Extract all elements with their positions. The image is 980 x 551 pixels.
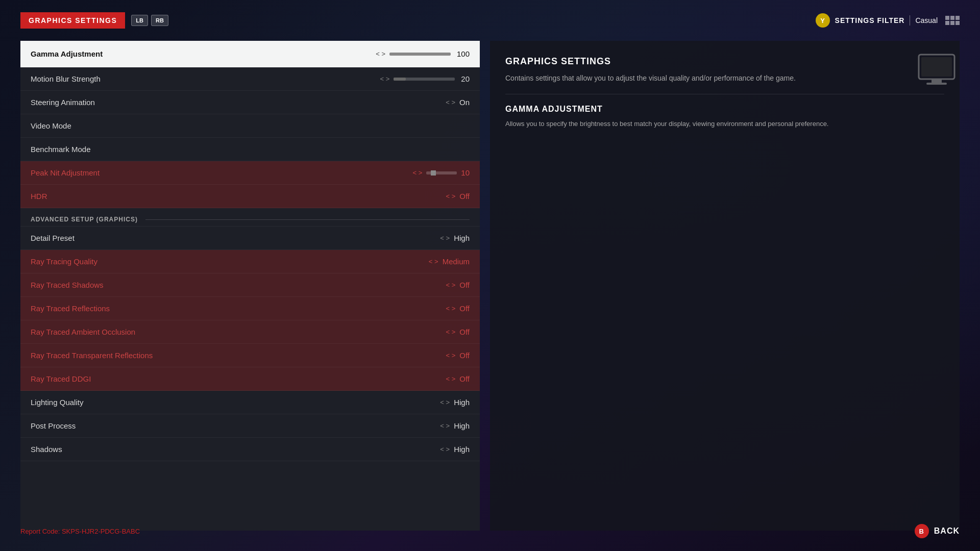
setting-name-benchmark: Benchmark Mode: [31, 145, 91, 154]
grid-icon: [945, 16, 960, 25]
rt-transparent-value: Off: [459, 351, 470, 360]
arrows-rt-ao: < >: [446, 328, 455, 336]
arrows-ray-tracing: < >: [429, 258, 438, 265]
rb-button[interactable]: RB: [151, 15, 168, 26]
advanced-section-label: ADVANCED SETUP (GRAPHICS): [31, 216, 138, 223]
arrows-peak-nit: < >: [413, 169, 423, 177]
slider-bar-gamma: [389, 53, 451, 56]
setting-name-rt-transparent: Ray Traced Transparent Reflections: [31, 351, 153, 360]
settings-filter[interactable]: Y SETTINGS FILTER Casual: [816, 13, 938, 28]
setting-row-steering[interactable]: Steering Animation < > On: [20, 91, 480, 114]
setting-name-detail-preset: Detail Preset: [31, 234, 75, 242]
steering-value: On: [459, 98, 470, 107]
post-process-value: High: [454, 421, 470, 430]
setting-value-rt-transparent: < > Off: [446, 351, 470, 360]
setting-value-ray-tracing: < > Medium: [429, 257, 470, 266]
setting-row-rt-ddgi[interactable]: Ray Traced DDGI < > Off: [20, 367, 480, 391]
setting-row-rt-reflections[interactable]: Ray Traced Reflections < > Off: [20, 297, 480, 320]
ray-tracing-value: Medium: [443, 257, 470, 266]
setting-name-peak-nit: Peak Nit Adjustment: [31, 168, 100, 177]
setting-row-ray-tracing[interactable]: Ray Tracing Quality < > Medium: [20, 250, 480, 273]
setting-row-gamma[interactable]: Gamma Adjustment < > 100: [20, 41, 480, 67]
hdr-value: Off: [459, 192, 470, 201]
slider-dot-peak-nit: [431, 170, 436, 176]
arrows-steering: < >: [446, 98, 455, 106]
setting-value-rt-reflections: < > Off: [446, 304, 470, 313]
slider-fill-motion: [394, 78, 406, 81]
arrows-rt-shadows: < >: [446, 281, 455, 289]
motion-blur-value: 20: [461, 74, 470, 83]
arrows-lighting: < >: [440, 398, 450, 406]
setting-row-shadows[interactable]: Shadows < > High: [20, 438, 480, 461]
slider-bar-motion: [394, 78, 455, 81]
info-description: Contains settings that allow you to adju…: [505, 73, 944, 84]
advanced-section-header: ADVANCED SETUP (GRAPHICS): [20, 208, 480, 227]
lighting-value: High: [454, 398, 470, 407]
footer: Report Code: SKPS-HJR2-PDCG-BABC B BACK: [20, 524, 960, 538]
info-section-title: GRAPHICS SETTINGS: [505, 56, 944, 67]
arrows-gamma: < >: [376, 50, 385, 58]
setting-row-rt-ao[interactable]: Ray Traced Ambient Occlusion < > Off: [20, 320, 480, 344]
arrows-hdr: < >: [446, 192, 455, 200]
back-button[interactable]: B BACK: [915, 524, 960, 538]
setting-row-post-process[interactable]: Post Process < > High: [20, 414, 480, 438]
setting-name-shadows: Shadows: [31, 445, 62, 454]
setting-row-video-mode[interactable]: Video Mode: [20, 114, 480, 138]
setting-name-post-process: Post Process: [31, 421, 76, 430]
main-content: GRAPHICS SETTINGS LB RB Y SETTINGS FILTE…: [0, 0, 980, 551]
b-button-icon[interactable]: B: [915, 524, 929, 538]
setting-row-hdr[interactable]: HDR < > Off: [20, 185, 480, 208]
setting-row-lighting[interactable]: Lighting Quality < > High: [20, 391, 480, 414]
setting-name-ray-tracing: Ray Tracing Quality: [31, 257, 97, 266]
svg-rect-1: [921, 57, 952, 77]
peak-nit-value: 10: [461, 168, 470, 177]
setting-name-steering: Steering Animation: [31, 98, 95, 107]
setting-value-gamma: < > 100: [376, 49, 470, 58]
setting-value-detail-preset: < > High: [440, 234, 470, 242]
setting-row-motion-blur[interactable]: Motion Blur Strength < > 20: [20, 67, 480, 91]
setting-value-hdr: < > Off: [446, 192, 470, 201]
setting-name-hdr: HDR: [31, 192, 47, 201]
slider-motion: [394, 78, 455, 81]
setting-name-rt-shadows: Ray Traced Shadows: [31, 281, 104, 289]
header-left: GRAPHICS SETTINGS LB RB: [20, 12, 168, 29]
setting-row-detail-preset[interactable]: Detail Preset < > High: [20, 227, 480, 250]
svg-rect-2: [932, 79, 942, 83]
monitor-icon: [916, 54, 947, 79]
slider-bar-peak-nit: [426, 171, 457, 174]
setting-name-motion-blur: Motion Blur Strength: [31, 74, 101, 83]
shadows-value: High: [454, 445, 470, 454]
slider-gamma: [389, 53, 451, 56]
info-panel: GRAPHICS SETTINGS Contains settings that…: [490, 41, 960, 531]
setting-row-peak-nit[interactable]: Peak Nit Adjustment < > 10: [20, 161, 480, 185]
header-right: Y SETTINGS FILTER Casual: [816, 13, 960, 28]
setting-row-rt-transparent[interactable]: Ray Traced Transparent Reflections < > O…: [20, 344, 480, 367]
back-label: BACK: [934, 527, 960, 536]
setting-name-rt-reflections: Ray Traced Reflections: [31, 304, 110, 313]
arrows-post-process: < >: [440, 422, 450, 430]
arrows-motion-blur: < >: [380, 75, 390, 83]
setting-row-benchmark[interactable]: Benchmark Mode: [20, 138, 480, 161]
setting-name-video-mode: Video Mode: [31, 121, 71, 130]
page-title: GRAPHICS SETTINGS: [20, 12, 125, 29]
filter-label: SETTINGS FILTER: [835, 16, 905, 24]
setting-value-peak-nit: < > 10: [413, 168, 470, 177]
arrows-detail-preset: < >: [440, 234, 450, 242]
lb-button[interactable]: LB: [131, 15, 148, 26]
info-divider: [505, 94, 944, 94]
filter-divider: [910, 15, 910, 26]
svg-rect-3: [926, 83, 947, 85]
setting-row-rt-shadows[interactable]: Ray Traced Shadows < > Off: [20, 273, 480, 297]
setting-value-motion-blur: < > 20: [380, 74, 470, 83]
nav-buttons: LB RB: [131, 15, 168, 26]
setting-value-rt-shadows: < > Off: [446, 281, 470, 289]
setting-value-lighting: < > High: [440, 398, 470, 407]
section-divider: [145, 219, 470, 220]
rt-reflections-value: Off: [459, 304, 470, 313]
rt-ao-value: Off: [459, 328, 470, 336]
settings-panel: Gamma Adjustment < > 100 Motion Blur Str…: [20, 41, 480, 531]
arrows-rt-ddgi: < >: [446, 375, 455, 383]
setting-name-gamma: Gamma Adjustment: [31, 49, 103, 58]
setting-value-post-process: < > High: [440, 421, 470, 430]
y-button[interactable]: Y: [816, 13, 830, 28]
